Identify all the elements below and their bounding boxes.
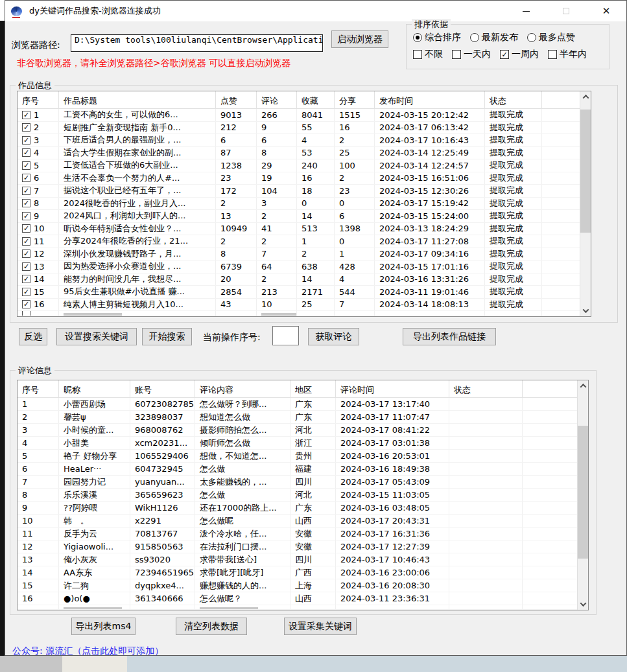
radio-most-liked[interactable]: 最多点赞 bbox=[527, 32, 575, 43]
scroll-up-button[interactable] bbox=[580, 91, 591, 102]
table-row[interactable]: 12Yigiaowoli...915850563在法拉利门口摆...安徽2024… bbox=[18, 540, 588, 553]
column-header[interactable]: 分享 bbox=[335, 91, 375, 108]
table-row[interactable]: ✓13因为热爱选择小众赛道创业，...6739646384282024-03-1… bbox=[18, 261, 591, 273]
table-row[interactable]: ✓11分享2024年很吃香的行业，21...22102024-03-17 11:… bbox=[18, 235, 591, 248]
table-row[interactable]: 10韩 。x2291怎么做呢山西2024-03-17 20:43:31 bbox=[18, 515, 588, 527]
start-search-button[interactable]: 开始搜索 bbox=[142, 328, 192, 345]
export-work-links-button[interactable]: 导出列表作品链接 bbox=[403, 328, 496, 345]
table-row[interactable]: ✓82024很吃香的行业，副业月入...23002024-03-17 15:19… bbox=[18, 198, 591, 211]
column-header[interactable]: 地区 bbox=[290, 380, 336, 397]
table-row[interactable]: ✓10听说今年特别适合女性创业？...109494151313982024-03… bbox=[18, 223, 591, 236]
row-checkbox[interactable]: ✓ bbox=[22, 187, 30, 195]
table-cell: 2024-03-15 20:12:42 bbox=[375, 109, 485, 121]
table-cell: 7 bbox=[18, 476, 59, 488]
table-row[interactable]: ✓5工资低适合下班做的6大副业...1238292401002024-03-14… bbox=[18, 159, 591, 172]
scroll-down-button[interactable] bbox=[580, 305, 591, 316]
table-row[interactable]: ✓1工资不高的女生，可以做的6...9013266804115152024-03… bbox=[18, 109, 591, 122]
table-row[interactable]: ✓12深圳小伙发现赚钱野路子，月...87212024-03-17 09:34:… bbox=[18, 248, 591, 261]
table-row[interactable]: ✓6生活不会辜负一个努力的人#...23191622024-03-15 16:5… bbox=[18, 172, 591, 185]
set-search-keyword-button[interactable]: 设置搜索关键词 bbox=[56, 328, 137, 345]
table-row[interactable]: ✓1595后女生兼职做#小说直播 赚...285421321715442024-… bbox=[18, 286, 591, 299]
column-header[interactable]: 收藏 bbox=[297, 91, 335, 108]
table-row[interactable]: 3小时候的童...968008762摄影师陪拍怎么...河北2024-03-17… bbox=[18, 424, 588, 437]
row-checkbox[interactable]: ✓ bbox=[22, 111, 30, 119]
table-cell-filler bbox=[523, 515, 578, 527]
table-row[interactable]: 6HeaLer···604732945怎么做福建2024-03-16 18:49… bbox=[18, 463, 588, 476]
column-header[interactable]: 点赞 bbox=[216, 91, 257, 108]
row-checkbox[interactable]: ✓ bbox=[22, 212, 30, 220]
official-account-link[interactable]: 公众号: 源流汇（点击此处即可添加） bbox=[12, 645, 163, 657]
table-row[interactable]: 1小蕾西剧场60723082785怎么做呀？到哪...广东2024-03-17 … bbox=[18, 398, 588, 411]
get-comments-button[interactable]: 获取评论 bbox=[308, 328, 359, 345]
table-row[interactable]: 14AA东东72394651965求带[呲牙][呲牙]广西2024-03-16 … bbox=[18, 566, 588, 579]
table-cell: 29 bbox=[257, 159, 297, 172]
row-checkbox[interactable]: ✓ bbox=[22, 199, 30, 207]
launch-browser-button[interactable]: 启动浏览器 bbox=[331, 30, 388, 48]
table-row[interactable]: 15许二狗dyqpkxe4...赚想赚钱的人的...上海2024-03-16 2… bbox=[18, 579, 588, 592]
row-checkbox[interactable]: ✓ bbox=[22, 148, 30, 157]
row-checkbox[interactable]: ✓ bbox=[22, 249, 30, 258]
table-row[interactable]: ✓92024风口，利润却大到吓人的...1321462024-03-15 15:… bbox=[18, 210, 591, 223]
export-ms4-button[interactable]: 导出列表ms4 bbox=[71, 618, 136, 635]
row-checkbox[interactable]: ✓ bbox=[22, 262, 30, 271]
column-header[interactable]: 序号 bbox=[18, 380, 59, 397]
table-cell: 求带[呲牙][呲牙] bbox=[195, 566, 290, 579]
invert-selection-button[interactable]: 反选 bbox=[19, 328, 47, 345]
table-cell: 240 bbox=[297, 159, 335, 172]
radio-comprehensive[interactable]: 综合排序 bbox=[413, 32, 461, 43]
row-checkbox[interactable]: ✓ bbox=[22, 224, 30, 233]
table-row[interactable]: 8乐乐溪溪365659623怎么做河北2024-03-15 11:03:05 bbox=[18, 489, 588, 502]
minimize-button[interactable] bbox=[506, 1, 546, 21]
table-row[interactable]: ✓7据说这个职业已经有五年了，...17210418232024-03-15 1… bbox=[18, 185, 591, 198]
set-collect-keyword-button[interactable]: 设置采集关键词 bbox=[284, 618, 357, 635]
column-header[interactable]: 发布时间 bbox=[375, 91, 485, 108]
column-header[interactable]: 评论 bbox=[257, 91, 297, 108]
table-row[interactable]: 2馨芸ψ323898037想知道怎么做广东2024-03-17 11:07:47 bbox=[18, 411, 588, 424]
table-row[interactable]: 9??阿婷喂WikH1126还在17000的路上...广东2024-03-16 … bbox=[18, 502, 588, 515]
table-row[interactable]: ✓4适合大学生假期在家创业的副...87853252024-03-14 12:2… bbox=[18, 147, 591, 160]
browser-path-input[interactable]: D:\System tools\100liulanqi\CentBrowser\… bbox=[71, 34, 323, 52]
table-cell: 2024-03-14 12:25:49 bbox=[375, 147, 485, 159]
table-row[interactable]: 13俺小灰灰ss93020求带带我[送心]四川2024-03-17 10:46:… bbox=[18, 553, 588, 566]
table-cell: 因为热爱选择小众赛道创业，... bbox=[59, 261, 216, 273]
checkbox-half-year[interactable]: 半年内 bbox=[548, 49, 587, 60]
checkbox-icon bbox=[548, 50, 557, 59]
clear-list-button[interactable]: 清空列表数据 bbox=[176, 618, 247, 635]
table-row[interactable]: ✓2短剧推广全新变现指南 新手0...212955162024-03-17 06… bbox=[18, 122, 591, 135]
current-op-input[interactable] bbox=[272, 326, 299, 345]
row-checkbox[interactable]: ✓ bbox=[22, 275, 30, 283]
table-row[interactable]: ✓16纯素人博主剪辑短视频月入10...43102572024-03-14 18… bbox=[18, 299, 591, 312]
column-header[interactable]: 账号 bbox=[130, 380, 195, 397]
scrollbar-thumb[interactable] bbox=[580, 110, 591, 233]
table-row[interactable]: 5艳子 好物分享1065529406想做，不知道怎...贵州2024-03-16… bbox=[18, 450, 588, 463]
column-header[interactable]: 作品标题 bbox=[59, 91, 216, 108]
scroll-down-button[interactable] bbox=[578, 599, 588, 610]
row-checkbox[interactable]: ✓ bbox=[22, 174, 30, 182]
close-button[interactable]: ✕ bbox=[586, 1, 626, 21]
maximize-button[interactable] bbox=[546, 1, 586, 21]
scroll-up-button[interactable] bbox=[578, 380, 588, 391]
table-row[interactable]: ✓14能努力的时间没几年，我想尽...2021442024-03-16 13:3… bbox=[18, 273, 591, 286]
checkbox-one-week[interactable]: 一周内 bbox=[500, 49, 539, 60]
table-row[interactable]: ✓3下班后适合男人的最强副业，...66422024-03-17 10:16:4… bbox=[18, 134, 591, 147]
column-header[interactable]: 序号 bbox=[18, 91, 59, 108]
row-checkbox[interactable]: ✓ bbox=[22, 123, 30, 132]
row-checkbox[interactable]: ✓ bbox=[22, 136, 30, 145]
checkbox-unlimited[interactable]: 不限 bbox=[413, 49, 443, 60]
table-row[interactable]: 16●)o(●361340666怎么做呢？山西2024-03-11 23:36:… bbox=[18, 592, 588, 605]
column-header[interactable]: 评论内容 bbox=[195, 380, 290, 397]
table-row[interactable]: 7园园努力记yuanyuan...太多能赚钱的，...四川2024-03-17 … bbox=[18, 476, 588, 489]
table-row[interactable]: 4小甜美xcm20231...倾听师怎么做浙江2024-03-17 03:01:… bbox=[18, 437, 588, 450]
column-header[interactable]: 状态 bbox=[485, 91, 542, 108]
row-checkbox[interactable]: ✓ bbox=[22, 161, 30, 170]
radio-newest[interactable]: 最新发布 bbox=[470, 32, 518, 43]
row-checkbox[interactable]: ✓ bbox=[22, 288, 30, 296]
row-checkbox[interactable]: ✓ bbox=[22, 300, 30, 308]
column-header[interactable]: 评论时间 bbox=[336, 380, 449, 397]
column-header[interactable]: 昵称 bbox=[59, 380, 130, 397]
scrollbar-thumb[interactable] bbox=[578, 426, 588, 559]
row-checkbox[interactable]: ✓ bbox=[22, 237, 30, 246]
checkbox-one-day[interactable]: 一天内 bbox=[452, 49, 491, 60]
column-header[interactable]: 状态 bbox=[449, 380, 523, 397]
table-row[interactable]: 11反手为云70813767泼个冷水哈，任...安徽2024-03-17 16:… bbox=[18, 527, 588, 540]
